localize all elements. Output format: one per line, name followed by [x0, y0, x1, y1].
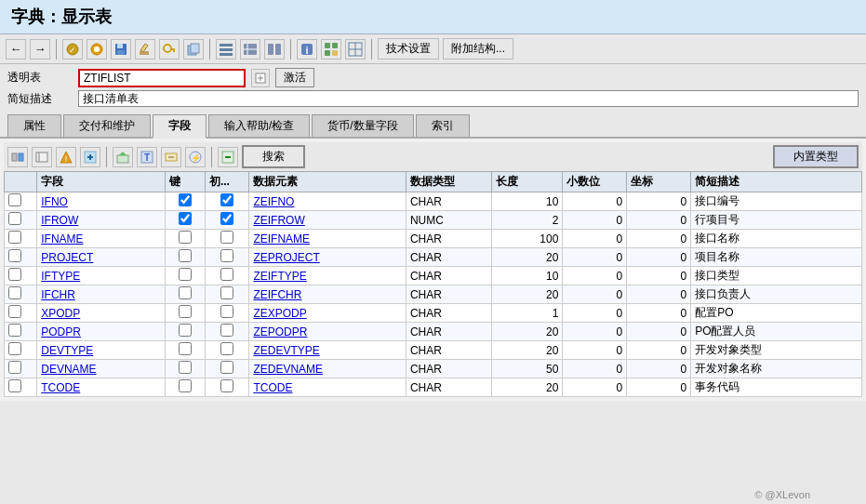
- init-checkbox[interactable]: [220, 305, 233, 318]
- field-name-link[interactable]: IFROW: [41, 214, 78, 227]
- table-tool-2[interactable]: [32, 147, 52, 167]
- row-select-checkbox[interactable]: [8, 193, 21, 206]
- tool-btn-columns[interactable]: [264, 39, 285, 60]
- tab-fields[interactable]: 字段: [153, 114, 207, 139]
- nav-back-btn[interactable]: ←: [6, 39, 26, 60]
- init-checkbox[interactable]: [220, 212, 233, 225]
- init-checkbox[interactable]: [220, 342, 233, 355]
- init-checkbox[interactable]: [220, 231, 233, 244]
- length-cell: 10: [491, 267, 563, 285]
- tool-btn-1[interactable]: ✓: [62, 39, 83, 60]
- tab-currency[interactable]: 货币/数量字段: [312, 114, 413, 137]
- init-checkbox[interactable]: [220, 379, 233, 392]
- element-link[interactable]: ZEDEVTYPE: [253, 344, 319, 357]
- init-checkbox[interactable]: [220, 361, 233, 374]
- field-name-link[interactable]: IFNO: [41, 195, 68, 208]
- tab-delivery[interactable]: 交付和维护: [63, 114, 151, 137]
- table-tool-1[interactable]: [7, 147, 28, 167]
- element-link[interactable]: ZEIFNO: [253, 195, 294, 208]
- table-tool-4[interactable]: [80, 147, 100, 167]
- key-checkbox[interactable]: [179, 361, 192, 374]
- element-link[interactable]: ZEIFTYPE: [253, 270, 306, 283]
- tool-btn-2[interactable]: [87, 39, 107, 60]
- key-checkbox[interactable]: [179, 379, 192, 392]
- element-link[interactable]: ZEPODPR: [253, 325, 307, 338]
- key-checkbox[interactable]: [179, 324, 192, 337]
- row-select-checkbox[interactable]: [8, 286, 21, 299]
- tool-btn-key[interactable]: [159, 39, 180, 60]
- key-checkbox[interactable]: [179, 212, 192, 225]
- key-checkbox[interactable]: [179, 193, 192, 206]
- tab-input-help[interactable]: 输入帮助/检查: [208, 114, 310, 137]
- field-name-link[interactable]: IFCHR: [41, 288, 75, 301]
- row-select-checkbox[interactable]: [8, 342, 21, 355]
- key-checkbox[interactable]: [179, 231, 192, 244]
- tech-settings-btn[interactable]: 技术设置: [378, 38, 439, 60]
- row-select-checkbox[interactable]: [8, 249, 21, 262]
- init-checkbox[interactable]: [220, 193, 233, 206]
- field-name-link[interactable]: PODPR: [41, 325, 81, 338]
- tool-btn-copy[interactable]: [183, 39, 204, 60]
- tool-btn-grid1[interactable]: [321, 39, 341, 60]
- header-desc: 简短描述: [691, 172, 862, 192]
- tool-btn-edit[interactable]: [135, 39, 155, 60]
- table-name-browse-btn[interactable]: [251, 69, 270, 87]
- activate-btn[interactable]: 激活: [275, 68, 314, 87]
- key-checkbox[interactable]: [179, 286, 192, 299]
- inner-type-btn[interactable]: 内置类型: [773, 145, 859, 168]
- desc-input[interactable]: [78, 90, 859, 107]
- tool-btn-list[interactable]: [240, 39, 260, 60]
- element-link[interactable]: ZEDEVNAME: [253, 363, 323, 376]
- tab-attributes[interactable]: 属性: [7, 114, 61, 137]
- element-link[interactable]: ZEIFROW: [253, 214, 304, 227]
- field-name-link[interactable]: DEVTYPE: [41, 344, 93, 357]
- key-checkbox[interactable]: [179, 342, 192, 355]
- init-checkbox[interactable]: [220, 286, 233, 299]
- length-cell: 2: [491, 211, 563, 230]
- element-link[interactable]: ZEPROJECT: [253, 251, 319, 264]
- element-link[interactable]: ZEIFCHR: [253, 288, 301, 301]
- search-btn[interactable]: 搜索: [242, 145, 305, 168]
- title-bar: 字典：显示表: [0, 0, 866, 34]
- table-name-input[interactable]: [78, 69, 246, 87]
- tool-btn-save[interactable]: [111, 39, 131, 60]
- row-select-checkbox[interactable]: [8, 305, 21, 318]
- table-tool-8[interactable]: ⚡: [185, 147, 206, 167]
- field-name-link[interactable]: PROJECT: [41, 251, 93, 264]
- element-link[interactable]: TCODE: [253, 381, 292, 394]
- tool-btn-info[interactable]: i: [297, 39, 317, 60]
- init-checkbox[interactable]: [220, 324, 233, 337]
- row-select-checkbox[interactable]: [8, 268, 21, 281]
- row-select-checkbox[interactable]: [8, 379, 21, 392]
- table-tool-9[interactable]: [218, 147, 238, 167]
- tab-index[interactable]: 索引: [416, 114, 470, 137]
- element-link[interactable]: ZEIFNAME: [253, 232, 310, 245]
- field-name-link[interactable]: IFNAME: [41, 232, 83, 245]
- tool-btn-grid2[interactable]: [345, 39, 366, 60]
- init-checkbox[interactable]: [220, 249, 233, 262]
- element-link[interactable]: ZEXPODP: [253, 307, 306, 320]
- row-select-checkbox[interactable]: [8, 231, 21, 244]
- key-checkbox[interactable]: [179, 249, 192, 262]
- field-name-link[interactable]: IFTYPE: [41, 270, 80, 283]
- nav-forward-btn[interactable]: →: [30, 39, 50, 60]
- row-select-checkbox[interactable]: [8, 361, 21, 374]
- row-select-checkbox[interactable]: [8, 212, 21, 225]
- table-tool-6[interactable]: T: [137, 147, 157, 167]
- key-checkbox[interactable]: [179, 268, 192, 281]
- field-name-link[interactable]: TCODE: [41, 381, 80, 394]
- table-name-row: 透明表 激活: [7, 68, 859, 87]
- decimal-cell: 0: [563, 211, 627, 230]
- table-row: PODPRZEPODPRCHAR2000PO配置人员: [5, 323, 862, 341]
- field-name-link[interactable]: XPODP: [41, 307, 80, 320]
- table-tool-5[interactable]: [113, 147, 133, 167]
- table-tool-3[interactable]: !: [56, 147, 76, 167]
- tool-btn-layout[interactable]: [216, 39, 236, 60]
- field-name-link[interactable]: DEVNAME: [41, 363, 96, 376]
- table-row: XPODPZEXPODPCHAR100配置PO: [5, 304, 862, 323]
- init-checkbox[interactable]: [220, 268, 233, 281]
- key-checkbox[interactable]: [179, 305, 192, 318]
- table-tool-7[interactable]: [161, 147, 181, 167]
- row-select-checkbox[interactable]: [8, 324, 21, 337]
- append-structure-btn[interactable]: 附加结构...: [443, 38, 513, 60]
